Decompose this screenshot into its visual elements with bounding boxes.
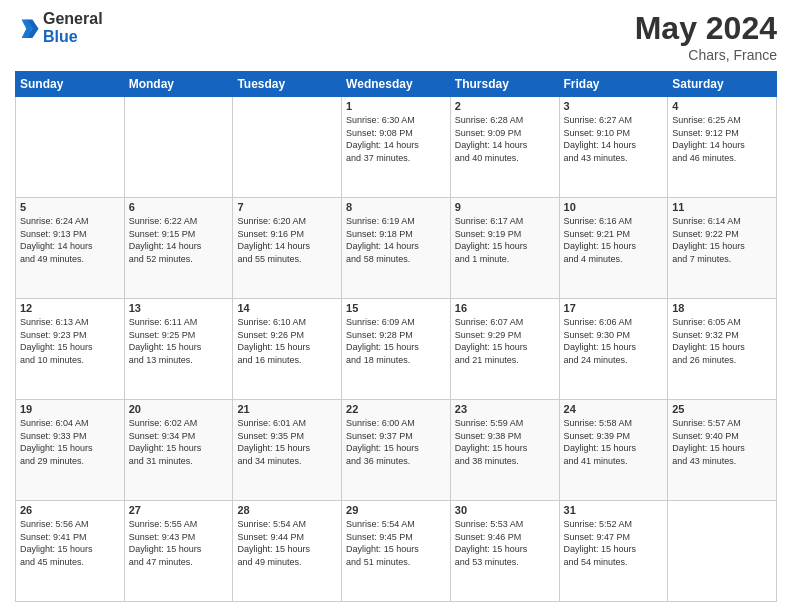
day-info: Sunrise: 6:11 AM Sunset: 9:25 PM Dayligh… (129, 316, 229, 366)
day-number: 26 (20, 504, 120, 516)
title-block: May 2024 Chars, France (635, 10, 777, 63)
calendar-cell (16, 97, 125, 198)
day-number: 3 (564, 100, 664, 112)
day-number: 2 (455, 100, 555, 112)
calendar-cell: 7Sunrise: 6:20 AM Sunset: 9:16 PM Daylig… (233, 198, 342, 299)
day-info: Sunrise: 6:27 AM Sunset: 9:10 PM Dayligh… (564, 114, 664, 164)
day-number: 14 (237, 302, 337, 314)
day-info: Sunrise: 6:10 AM Sunset: 9:26 PM Dayligh… (237, 316, 337, 366)
day-number: 18 (672, 302, 772, 314)
calendar-cell: 17Sunrise: 6:06 AM Sunset: 9:30 PM Dayli… (559, 299, 668, 400)
day-info: Sunrise: 5:58 AM Sunset: 9:39 PM Dayligh… (564, 417, 664, 467)
calendar-cell: 21Sunrise: 6:01 AM Sunset: 9:35 PM Dayli… (233, 400, 342, 501)
calendar-cell: 3Sunrise: 6:27 AM Sunset: 9:10 PM Daylig… (559, 97, 668, 198)
day-number: 12 (20, 302, 120, 314)
day-info: Sunrise: 6:17 AM Sunset: 9:19 PM Dayligh… (455, 215, 555, 265)
calendar-cell: 23Sunrise: 5:59 AM Sunset: 9:38 PM Dayli… (450, 400, 559, 501)
day-number: 4 (672, 100, 772, 112)
day-info: Sunrise: 6:19 AM Sunset: 9:18 PM Dayligh… (346, 215, 446, 265)
calendar-cell: 20Sunrise: 6:02 AM Sunset: 9:34 PM Dayli… (124, 400, 233, 501)
calendar-cell: 15Sunrise: 6:09 AM Sunset: 9:28 PM Dayli… (342, 299, 451, 400)
day-number: 31 (564, 504, 664, 516)
day-info: Sunrise: 6:09 AM Sunset: 9:28 PM Dayligh… (346, 316, 446, 366)
day-info: Sunrise: 6:07 AM Sunset: 9:29 PM Dayligh… (455, 316, 555, 366)
day-number: 25 (672, 403, 772, 415)
day-number: 30 (455, 504, 555, 516)
logo-blue: Blue (43, 28, 78, 45)
day-info: Sunrise: 6:22 AM Sunset: 9:15 PM Dayligh… (129, 215, 229, 265)
calendar-cell: 13Sunrise: 6:11 AM Sunset: 9:25 PM Dayli… (124, 299, 233, 400)
day-number: 10 (564, 201, 664, 213)
day-number: 8 (346, 201, 446, 213)
calendar-cell: 19Sunrise: 6:04 AM Sunset: 9:33 PM Dayli… (16, 400, 125, 501)
calendar-cell: 16Sunrise: 6:07 AM Sunset: 9:29 PM Dayli… (450, 299, 559, 400)
day-number: 28 (237, 504, 337, 516)
calendar-cell: 9Sunrise: 6:17 AM Sunset: 9:19 PM Daylig… (450, 198, 559, 299)
day-info: Sunrise: 5:54 AM Sunset: 9:45 PM Dayligh… (346, 518, 446, 568)
day-info: Sunrise: 6:24 AM Sunset: 9:13 PM Dayligh… (20, 215, 120, 265)
day-info: Sunrise: 5:56 AM Sunset: 9:41 PM Dayligh… (20, 518, 120, 568)
day-info: Sunrise: 6:13 AM Sunset: 9:23 PM Dayligh… (20, 316, 120, 366)
weekday-header-friday: Friday (559, 72, 668, 97)
day-info: Sunrise: 6:28 AM Sunset: 9:09 PM Dayligh… (455, 114, 555, 164)
calendar-cell: 1Sunrise: 6:30 AM Sunset: 9:08 PM Daylig… (342, 97, 451, 198)
calendar-cell (124, 97, 233, 198)
day-info: Sunrise: 6:30 AM Sunset: 9:08 PM Dayligh… (346, 114, 446, 164)
calendar-cell: 27Sunrise: 5:55 AM Sunset: 9:43 PM Dayli… (124, 501, 233, 602)
calendar-cell: 30Sunrise: 5:53 AM Sunset: 9:46 PM Dayli… (450, 501, 559, 602)
calendar-cell: 6Sunrise: 6:22 AM Sunset: 9:15 PM Daylig… (124, 198, 233, 299)
calendar-cell: 25Sunrise: 5:57 AM Sunset: 9:40 PM Dayli… (668, 400, 777, 501)
calendar-cell (233, 97, 342, 198)
calendar-cell: 28Sunrise: 5:54 AM Sunset: 9:44 PM Dayli… (233, 501, 342, 602)
day-info: Sunrise: 6:00 AM Sunset: 9:37 PM Dayligh… (346, 417, 446, 467)
day-number: 6 (129, 201, 229, 213)
day-info: Sunrise: 5:54 AM Sunset: 9:44 PM Dayligh… (237, 518, 337, 568)
calendar-week-1: 1Sunrise: 6:30 AM Sunset: 9:08 PM Daylig… (16, 97, 777, 198)
calendar-cell: 18Sunrise: 6:05 AM Sunset: 9:32 PM Dayli… (668, 299, 777, 400)
day-info: Sunrise: 5:57 AM Sunset: 9:40 PM Dayligh… (672, 417, 772, 467)
calendar-cell: 8Sunrise: 6:19 AM Sunset: 9:18 PM Daylig… (342, 198, 451, 299)
header: General Blue May 2024 Chars, France (15, 10, 777, 63)
day-info: Sunrise: 5:52 AM Sunset: 9:47 PM Dayligh… (564, 518, 664, 568)
calendar-cell: 22Sunrise: 6:00 AM Sunset: 9:37 PM Dayli… (342, 400, 451, 501)
calendar-week-5: 26Sunrise: 5:56 AM Sunset: 9:41 PM Dayli… (16, 501, 777, 602)
day-number: 11 (672, 201, 772, 213)
calendar-cell: 12Sunrise: 6:13 AM Sunset: 9:23 PM Dayli… (16, 299, 125, 400)
day-number: 23 (455, 403, 555, 415)
day-number: 15 (346, 302, 446, 314)
day-number: 24 (564, 403, 664, 415)
day-number: 29 (346, 504, 446, 516)
day-info: Sunrise: 6:20 AM Sunset: 9:16 PM Dayligh… (237, 215, 337, 265)
day-info: Sunrise: 5:59 AM Sunset: 9:38 PM Dayligh… (455, 417, 555, 467)
day-info: Sunrise: 6:16 AM Sunset: 9:21 PM Dayligh… (564, 215, 664, 265)
calendar-cell: 5Sunrise: 6:24 AM Sunset: 9:13 PM Daylig… (16, 198, 125, 299)
day-info: Sunrise: 6:01 AM Sunset: 9:35 PM Dayligh… (237, 417, 337, 467)
day-number: 21 (237, 403, 337, 415)
calendar-cell: 4Sunrise: 6:25 AM Sunset: 9:12 PM Daylig… (668, 97, 777, 198)
day-number: 19 (20, 403, 120, 415)
day-info: Sunrise: 6:05 AM Sunset: 9:32 PM Dayligh… (672, 316, 772, 366)
calendar-cell (668, 501, 777, 602)
calendar-cell: 26Sunrise: 5:56 AM Sunset: 9:41 PM Dayli… (16, 501, 125, 602)
day-number: 7 (237, 201, 337, 213)
logo: General Blue (15, 10, 103, 46)
month-title: May 2024 (635, 10, 777, 47)
calendar-week-2: 5Sunrise: 6:24 AM Sunset: 9:13 PM Daylig… (16, 198, 777, 299)
calendar-week-3: 12Sunrise: 6:13 AM Sunset: 9:23 PM Dayli… (16, 299, 777, 400)
calendar-header-row: SundayMondayTuesdayWednesdayThursdayFrid… (16, 72, 777, 97)
day-number: 13 (129, 302, 229, 314)
weekday-header-saturday: Saturday (668, 72, 777, 97)
calendar-table: SundayMondayTuesdayWednesdayThursdayFrid… (15, 71, 777, 602)
day-info: Sunrise: 6:06 AM Sunset: 9:30 PM Dayligh… (564, 316, 664, 366)
calendar-week-4: 19Sunrise: 6:04 AM Sunset: 9:33 PM Dayli… (16, 400, 777, 501)
calendar-cell: 29Sunrise: 5:54 AM Sunset: 9:45 PM Dayli… (342, 501, 451, 602)
day-number: 1 (346, 100, 446, 112)
day-info: Sunrise: 6:25 AM Sunset: 9:12 PM Dayligh… (672, 114, 772, 164)
location: Chars, France (635, 47, 777, 63)
calendar-cell: 14Sunrise: 6:10 AM Sunset: 9:26 PM Dayli… (233, 299, 342, 400)
day-number: 5 (20, 201, 120, 213)
day-info: Sunrise: 5:55 AM Sunset: 9:43 PM Dayligh… (129, 518, 229, 568)
day-info: Sunrise: 5:53 AM Sunset: 9:46 PM Dayligh… (455, 518, 555, 568)
day-info: Sunrise: 6:04 AM Sunset: 9:33 PM Dayligh… (20, 417, 120, 467)
weekday-header-sunday: Sunday (16, 72, 125, 97)
